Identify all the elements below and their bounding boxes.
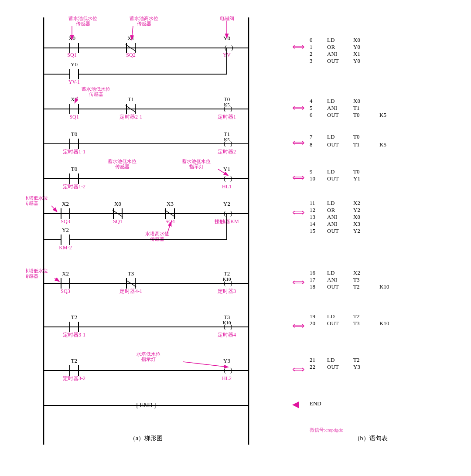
inst-10-operand: Y1 (353, 175, 360, 182)
km2-label: KM-2 (59, 245, 72, 251)
label-shuita-low2-r5: 传感器 (26, 201, 38, 206)
t0-label-r2: T0 (224, 96, 230, 102)
ladder-diagram: X0 SQ1 蓄水池低水位 传感器 X1 SQ2 蓄水池高水位 传感器 Y0 Y… (26, 13, 275, 458)
label-shuichi-low-r2: 蓄水池低水位 (82, 86, 110, 92)
timer3-label-r6: 定时器3 (218, 288, 236, 294)
inst-9-op: LD (327, 168, 334, 175)
y1-label-r4: Y1 (223, 166, 230, 172)
inst-11-op: LD (327, 200, 334, 206)
inst-20-op: OUT (327, 320, 339, 326)
arrow-r8: ⟺ (292, 364, 305, 374)
arrow-r3: ⟺ (292, 138, 305, 147)
x1-label-r1: X1 (127, 35, 134, 41)
coil-t3-l: ( (224, 323, 226, 330)
inst-1-operand: Y0 (353, 44, 360, 50)
label-shuichi-low2-r4a: 传感器 (115, 164, 130, 169)
inst-22-step: 22 (310, 364, 315, 370)
svg-line-33 (51, 206, 57, 211)
inst-22-op: OUT (327, 364, 339, 370)
label-shuichi-low-r1: 蓄水池低水位 (68, 16, 97, 21)
coil-y3-r: ) (230, 367, 232, 374)
label-shuita-led-r8: 水塔低水位 (137, 351, 160, 357)
inst-15-operand: Y2 (353, 228, 360, 234)
t3-label-r6: T3 (128, 270, 134, 277)
inst-21-step: 21 (310, 357, 315, 363)
inst-8-operand: T1 (353, 141, 359, 148)
inst-9-step: 9 (310, 168, 313, 175)
y2-label-r5: Y2 (223, 201, 230, 207)
inst-20-extra: K10 (379, 320, 389, 326)
x0-label-r5: X0 (114, 201, 121, 207)
inst-6-extra: K5 (379, 112, 386, 118)
coil-t0-l: ( (224, 105, 226, 112)
coil-t1-r: ) (230, 140, 232, 147)
inst-2-step: 2 (310, 51, 313, 57)
svg-line-50 (55, 278, 59, 281)
inst-14-op: ANI (327, 221, 337, 227)
inst-16-op: LD (327, 269, 334, 276)
instruction-section: ⟺ ⟺ ⟺ ⟺ ⟺ ⟺ ⟺ ⟺ ◀ 0 LD X0 1 OR Y0 2 (279, 4, 471, 472)
t2-label-r6: T2 (224, 270, 230, 277)
t0-label-r3: T0 (71, 131, 77, 137)
inst-3-op: OUT (327, 58, 339, 64)
inst-10-step: 10 (310, 175, 315, 182)
inst-17-step: 17 (310, 276, 316, 283)
label-shuichi-led-r4: 蓄水池低水位 (182, 159, 211, 164)
sq1-label-r2: SQ1 (69, 114, 78, 120)
label-shuichi-low-r4a: 蓄水池低水位 (108, 159, 137, 164)
coil-y1-r: ) (230, 175, 232, 182)
label-shuichi-low2-r1: 传感器 (76, 21, 90, 26)
sq4-label-r5: SQ4 (165, 218, 174, 224)
inst-19-operand: T2 (353, 313, 359, 320)
inst-12-op: OR (327, 207, 335, 213)
x3-label-r5: X3 (167, 201, 174, 207)
label-shuichi-high2-r1: 传感器 (137, 21, 151, 26)
inst-14-operand: X3 (353, 221, 360, 227)
label-shuita-led2-r8: 指示灯 (141, 357, 156, 362)
timer12-label-r4: 定时器1-2 (63, 184, 85, 190)
sq1-label-r1: SQ1 (67, 52, 76, 58)
inst-5-operand: T1 (353, 105, 359, 111)
inst-18-step: 18 (310, 283, 315, 290)
label-shuichi-low2-r2: 传感器 (89, 92, 103, 97)
inst-7-op: LD (327, 133, 334, 140)
x2-label-r5: X2 (62, 201, 69, 207)
inst-11-step: 11 (310, 200, 315, 206)
arrow-r1: ⟺ (292, 42, 305, 51)
inst-13-step: 13 (310, 214, 315, 220)
watermark: 微信号:cmpdgdz (310, 427, 343, 432)
coil-t2-l: ( (224, 280, 226, 287)
inst-13-op: ANI (327, 214, 337, 220)
sq2-label-r1: SQ2 (126, 52, 135, 58)
label-shuita-high-r5: 水塔高水位 (145, 231, 169, 236)
coil-y2-l: ( (224, 210, 226, 217)
inst-12-operand: Y2 (353, 207, 360, 213)
inst-end: END (310, 400, 321, 407)
timer4-label-r7: 定时器4 (218, 332, 236, 338)
t1-label-r2: T1 (128, 96, 134, 102)
inst-19-step: 19 (310, 313, 315, 320)
yv1-label: YV-1 (68, 79, 80, 85)
inst-8-step: 8 (310, 141, 313, 148)
inst-9-operand: T0 (353, 168, 359, 175)
caption-a: （a）梯形图 (130, 435, 163, 442)
inst-12-step: 12 (310, 207, 315, 213)
inst-18-operand: T2 (353, 283, 359, 290)
t3-label-r7: T3 (224, 314, 230, 320)
svg-line-60 (183, 362, 228, 367)
inst-10-op: OUT (327, 175, 339, 182)
inst-3-operand: Y0 (353, 58, 360, 64)
sq3-label-r6: SQ3 (61, 288, 70, 294)
arrow-r2: ⟺ (292, 103, 305, 112)
inst-16-operand: X2 (353, 269, 360, 276)
inst-3-step: 3 (310, 58, 313, 64)
instruction-diagram: ⟺ ⟺ ⟺ ⟺ ⟺ ⟺ ⟺ ⟺ ◀ 0 LD X0 1 OR Y0 2 (283, 13, 471, 449)
label-shuita-low-r5: 水塔低水位 (26, 195, 48, 201)
y3-label-r8: Y3 (223, 357, 230, 364)
inst-18-extra: K10 (379, 283, 389, 290)
inst-21-operand: T2 (353, 357, 359, 363)
arrow-end: ◀ (292, 399, 299, 409)
arrow-r4: ⟺ (292, 173, 305, 182)
label-shuita-high2-r5: 传感器 (150, 236, 164, 241)
sq1-label-r5: SQ1 (113, 218, 122, 224)
